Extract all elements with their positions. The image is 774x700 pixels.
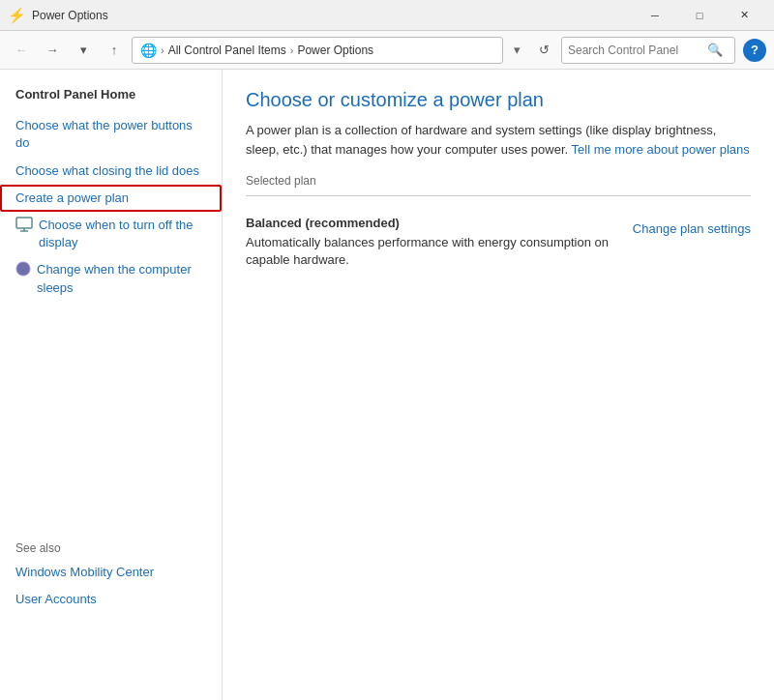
content-learn-more-link[interactable]: Tell me more about power plans (572, 142, 750, 157)
title-bar: ⚡ Power Options ─ □ ✕ (0, 0, 774, 31)
back-button[interactable]: ← (8, 37, 35, 64)
sidebar-link-accounts[interactable]: User Accounts (0, 586, 222, 613)
plan-row: Balanced (recommended) Automatically bal… (246, 208, 751, 277)
sidebar-home[interactable]: Control Panel Home (0, 81, 222, 108)
app-icon: ⚡ (8, 7, 26, 24)
path-separator-2: › (290, 44, 294, 56)
sidebar-item-closing-lid[interactable]: Choose what closing the lid does (0, 158, 222, 185)
path-part1[interactable]: All Control Panel Items (168, 44, 286, 57)
plan-description: Automatically balances performance with … (246, 234, 633, 269)
sidebar-item-sleep[interactable]: Change when the computer sleeps (0, 256, 222, 301)
section-divider (246, 195, 751, 196)
content-description: A power plan is a collection of hardware… (246, 121, 751, 159)
svg-point-3 (16, 262, 30, 276)
section-label: Selected plan (246, 174, 751, 188)
see-also-label: See also (0, 538, 222, 559)
help-button[interactable]: ? (743, 39, 766, 62)
change-plan-settings-link[interactable]: Change plan settings (633, 221, 751, 236)
display-icon (15, 217, 33, 237)
address-path: 🌐 › All Control Panel Items › Power Opti… (132, 37, 503, 64)
maximize-button[interactable]: □ (677, 0, 722, 31)
title-bar-left: ⚡ Power Options (8, 7, 108, 24)
sidebar-item-power-buttons[interactable]: Choose what the power buttons do (0, 112, 222, 157)
refresh-button[interactable]: ↺ (530, 37, 557, 64)
search-box: 🔍 (561, 37, 735, 64)
main-layout: Control Panel Home Choose what the power… (0, 70, 774, 700)
minimize-button[interactable]: ─ (633, 0, 677, 31)
plan-name: Balanced (recommended) (246, 216, 633, 230)
content-title: Choose or customize a power plan (246, 89, 751, 111)
path-separator-1: › (161, 44, 164, 56)
close-button[interactable]: ✕ (722, 0, 766, 31)
window-controls: ─ □ ✕ (633, 0, 766, 31)
window-title: Power Options (32, 9, 108, 22)
recent-button[interactable]: ▾ (70, 37, 97, 64)
plan-info: Balanced (recommended) Automatically bal… (246, 216, 633, 269)
content-area: Choose or customize a power plan A power… (223, 70, 774, 700)
sleep-icon (15, 261, 31, 281)
sidebar-item-display-off[interactable]: Choose when to turn off the display (0, 212, 222, 256)
svg-rect-0 (16, 218, 32, 228)
path-part2[interactable]: Power Options (297, 44, 373, 57)
forward-button[interactable]: → (39, 37, 66, 64)
path-dropdown-button[interactable]: ▾ (507, 37, 526, 64)
path-icon: 🌐 (140, 43, 157, 58)
up-button[interactable]: ↑ (101, 37, 128, 64)
sidebar: Control Panel Home Choose what the power… (0, 70, 223, 700)
search-icon[interactable]: 🔍 (707, 43, 723, 57)
address-bar: ← → ▾ ↑ 🌐 › All Control Panel Items › Po… (0, 31, 774, 70)
sidebar-link-mobility[interactable]: Windows Mobility Center (0, 559, 222, 586)
search-input[interactable] (568, 44, 703, 57)
sidebar-item-create-plan[interactable]: Create a power plan (0, 185, 222, 212)
